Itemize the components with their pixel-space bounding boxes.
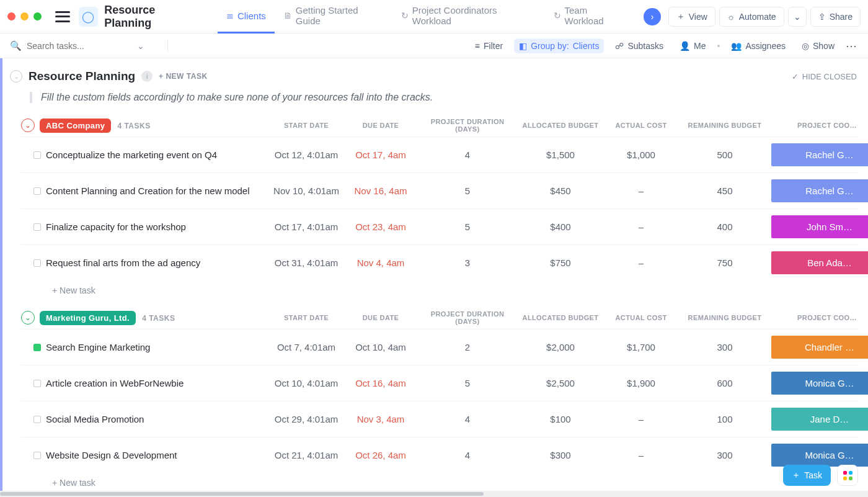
task-row[interactable]: Request final arts from the ad agencyOct… xyxy=(21,244,858,280)
due-date-cell[interactable]: Nov 4, 4am xyxy=(343,257,418,268)
search-input[interactable] xyxy=(27,41,132,51)
create-task-fab[interactable]: ＋ Task xyxy=(783,465,831,486)
start-date-cell[interactable]: Oct 10, 4:01am xyxy=(269,378,343,388)
tab-team-workload[interactable]: ↻Team Workload xyxy=(545,0,637,34)
allocated-budget-cell[interactable]: $450 xyxy=(517,186,604,196)
duration-cell[interactable]: 2 xyxy=(418,342,517,352)
due-date-cell[interactable]: Nov 16, 4am xyxy=(343,186,418,196)
task-row[interactable]: Article creation in WebForNewbieOct 10, … xyxy=(21,365,858,401)
due-date-cell[interactable]: Oct 23, 4am xyxy=(343,222,418,232)
close-window-button[interactable] xyxy=(7,12,16,20)
due-date-cell[interactable]: Oct 17, 4am xyxy=(343,150,418,160)
actual-cost-cell[interactable]: $1,900 xyxy=(604,378,678,388)
duration-cell[interactable]: 5 xyxy=(418,378,517,388)
allocated-budget-cell[interactable]: $1,500 xyxy=(517,150,604,160)
allocated-budget-cell[interactable]: $2,500 xyxy=(517,378,604,388)
coordinator-chip[interactable]: Rachel G… xyxy=(771,179,868,202)
due-date-cell[interactable]: Oct 10, 4am xyxy=(343,342,418,352)
start-date-cell[interactable]: Oct 21, 4:01am xyxy=(269,450,343,460)
tab-project-coordinators-workload[interactable]: ↻Project Coordinators Workload xyxy=(392,0,545,34)
column-header[interactable]: PROJECT COO… xyxy=(771,122,868,129)
remaining-budget-cell[interactable]: 300 xyxy=(678,450,771,460)
actual-cost-cell[interactable]: – xyxy=(604,414,678,424)
task-name[interactable]: Content Planning and Creation for the ne… xyxy=(40,185,269,197)
task-row[interactable]: Social Media PromotionOct 29, 4:01amNov … xyxy=(21,401,858,437)
group-badge[interactable]: Marketing Guru, Ltd. xyxy=(40,311,136,325)
remaining-budget-cell[interactable]: 750 xyxy=(678,257,771,268)
automate-button[interactable]: ☼Automate xyxy=(719,7,784,27)
assignees-button[interactable]: 👥Assignees xyxy=(726,38,790,53)
task-row[interactable]: Conceptualize the marketing event on Q4O… xyxy=(21,137,858,172)
start-date-cell[interactable]: Oct 7, 4:01am xyxy=(269,342,343,352)
allocated-budget-cell[interactable]: $750 xyxy=(517,257,604,268)
column-header[interactable]: REMAINING BUDGET xyxy=(678,122,771,129)
column-header[interactable]: REMAINING BUDGET xyxy=(678,314,771,321)
column-header[interactable]: START DATE xyxy=(269,122,343,129)
duration-cell[interactable]: 3 xyxy=(418,257,517,268)
remaining-budget-cell[interactable]: 100 xyxy=(678,414,771,424)
due-date-cell[interactable]: Oct 26, 4am xyxy=(343,450,418,460)
minimize-window-button[interactable] xyxy=(20,12,29,20)
group-collapse-toggle[interactable]: ⌄ xyxy=(21,119,35,132)
group-collapse-toggle[interactable]: ⌄ xyxy=(21,311,35,325)
coordinator-chip[interactable]: Ben Ada… xyxy=(771,251,868,274)
start-date-cell[interactable]: Oct 31, 4:01am xyxy=(269,257,343,268)
column-header[interactable]: PROJECT COO… xyxy=(771,314,868,321)
space-icon[interactable]: ◯ xyxy=(79,7,99,27)
column-header[interactable]: ALLOCATED BUDGET xyxy=(517,314,604,321)
allocated-budget-cell[interactable]: $300 xyxy=(517,450,604,460)
due-date-cell[interactable]: Nov 3, 4am xyxy=(343,414,418,424)
coordinator-chip[interactable]: Monica G… xyxy=(771,372,868,395)
hide-closed-button[interactable]: ✓ HIDE CLOSED xyxy=(792,72,857,81)
actual-cost-cell[interactable]: – xyxy=(604,222,678,232)
subtasks-button[interactable]: ☍Subtasks xyxy=(610,38,668,53)
remaining-budget-cell[interactable]: 600 xyxy=(678,378,771,388)
task-row[interactable]: Search Engine MarketingOct 7, 4:01amOct … xyxy=(21,329,858,365)
new-task-top-button[interactable]: + NEW TASK xyxy=(159,72,207,81)
task-name[interactable]: Conceptualize the marketing event on Q4 xyxy=(40,149,269,161)
me-button[interactable]: 👤Me xyxy=(675,38,711,53)
column-header[interactable]: ALLOCATED BUDGET xyxy=(517,122,604,129)
column-header[interactable]: START DATE xyxy=(269,314,343,321)
duration-cell[interactable]: 5 xyxy=(418,222,517,232)
start-date-cell[interactable]: Oct 29, 4:01am xyxy=(269,414,343,424)
column-header[interactable]: PROJECT DURATION (DAYS) xyxy=(418,118,517,133)
duration-cell[interactable]: 4 xyxy=(418,150,517,160)
tab-getting-started-guide[interactable]: 🗎Getting Started Guide xyxy=(275,0,392,34)
maximize-window-button[interactable] xyxy=(33,12,42,20)
allocated-budget-cell[interactable]: $400 xyxy=(517,222,604,232)
duration-cell[interactable]: 5 xyxy=(418,186,517,196)
task-name[interactable]: Request final arts from the ad agency xyxy=(40,257,269,269)
start-date-cell[interactable]: Oct 17, 4:01am xyxy=(269,222,343,232)
column-header[interactable]: ACTUAL COST xyxy=(604,314,678,321)
more-menu-icon[interactable]: ⋯ xyxy=(846,39,858,53)
next-view-button[interactable]: › xyxy=(644,8,661,25)
search-chevron-icon[interactable]: ⌄ xyxy=(137,41,144,51)
duration-cell[interactable]: 4 xyxy=(418,450,517,460)
horizontal-scrollbar[interactable] xyxy=(0,491,868,497)
remaining-budget-cell[interactable]: 450 xyxy=(678,186,771,196)
task-row[interactable]: Content Planning and Creation for the ne… xyxy=(21,172,858,208)
remaining-budget-cell[interactable]: 300 xyxy=(678,342,771,352)
allocated-budget-cell[interactable]: $100 xyxy=(517,414,604,424)
column-header[interactable]: ACTUAL COST xyxy=(604,122,678,129)
actual-cost-cell[interactable]: – xyxy=(604,257,678,268)
add-view-button[interactable]: ＋View xyxy=(668,7,715,27)
coordinator-chip[interactable]: Monica G… xyxy=(771,444,868,467)
task-name[interactable]: Search Engine Marketing xyxy=(40,341,269,354)
new-task-row-button[interactable]: + New task xyxy=(21,280,858,300)
column-header[interactable]: DUE DATE xyxy=(343,122,418,129)
coordinator-chip[interactable]: Chandler … xyxy=(771,336,868,359)
new-task-row-button[interactable]: + New task xyxy=(21,473,858,493)
task-name[interactable]: Article creation in WebForNewbie xyxy=(40,377,269,390)
task-row[interactable]: Website Design & DevelopmentOct 21, 4:01… xyxy=(21,437,858,473)
info-icon[interactable]: i xyxy=(141,71,153,82)
coordinator-chip[interactable]: Jane D… xyxy=(771,408,868,431)
group-badge[interactable]: ABC Company xyxy=(40,119,111,133)
task-name[interactable]: Website Design & Development xyxy=(40,449,269,462)
show-button[interactable]: ◎Show xyxy=(797,38,839,53)
duration-cell[interactable]: 4 xyxy=(418,414,517,424)
content-scroll[interactable]: ⌄ Resource Planning i + NEW TASK ✓ HIDE … xyxy=(0,58,868,497)
task-name[interactable]: Finalize capacity for the workshop xyxy=(40,221,269,233)
list-collapse-toggle[interactable]: ⌄ xyxy=(10,70,22,83)
